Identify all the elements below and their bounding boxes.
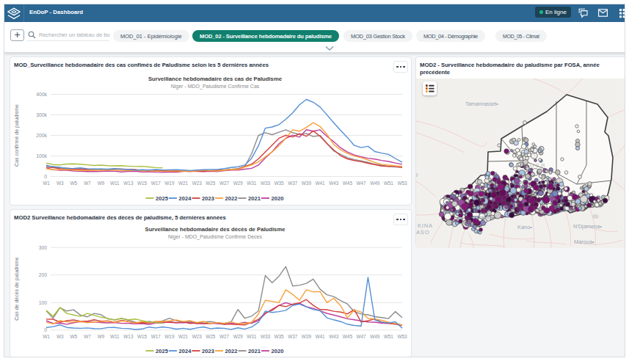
- svg-text:2023: 2023: [202, 195, 214, 202]
- svg-text:2021: 2021: [248, 347, 261, 354]
- svg-text:W33: W33: [261, 181, 271, 186]
- svg-text:2022: 2022: [225, 347, 238, 354]
- svg-text:200: 200: [39, 272, 48, 277]
- svg-text:Niger - MDO_Paludisme Confirme: Niger - MDO_Paludisme Confirme Cas: [171, 84, 260, 90]
- svg-text:W25: W25: [206, 333, 216, 338]
- svg-text:400k: 400k: [36, 92, 47, 97]
- svg-text:W39: W39: [302, 333, 312, 338]
- svg-text:300: 300: [39, 244, 48, 250]
- svg-text:2020: 2020: [272, 347, 284, 354]
- svg-text:W15: W15: [137, 181, 148, 186]
- svg-text:Cas de décès de paludisme: Cas de décès de paludisme: [14, 257, 20, 320]
- svg-text:W53: W53: [397, 333, 407, 338]
- svg-text:2023: 2023: [202, 347, 214, 354]
- svg-text:W35: W35: [274, 333, 285, 338]
- svg-text:W29: W29: [233, 333, 244, 338]
- svg-text:W17: W17: [151, 333, 161, 338]
- svg-text:Sokoto•: Sokoto•: [476, 214, 495, 221]
- svg-text:W1: W1: [43, 181, 50, 186]
- svg-text:W41: W41: [316, 181, 326, 186]
- svg-text:W35: W35: [274, 181, 285, 186]
- svg-text:LI: LI: [416, 172, 418, 178]
- svg-text:W51: W51: [384, 181, 394, 186]
- svg-text:W31: W31: [247, 333, 257, 338]
- svg-text:300k: 300k: [36, 112, 47, 117]
- svg-text:W27: W27: [219, 333, 230, 338]
- svg-text:W49: W49: [370, 181, 380, 186]
- svg-text:200k: 200k: [36, 133, 47, 138]
- svg-text:W13: W13: [123, 333, 134, 338]
- svg-text:2024: 2024: [179, 347, 192, 354]
- svg-text:ASO: ASO: [416, 229, 429, 236]
- svg-text:W11: W11: [110, 181, 120, 186]
- svg-text:2025: 2025: [156, 347, 169, 354]
- svg-text:W9: W9: [98, 181, 105, 186]
- svg-text:W41: W41: [316, 333, 326, 338]
- svg-text:100k: 100k: [36, 153, 47, 159]
- svg-text:Surveillance hebdomadaire des: Surveillance hebdomadaire des décès de P…: [145, 228, 286, 233]
- svg-text:W21: W21: [178, 181, 189, 186]
- svg-text:W23: W23: [192, 333, 203, 338]
- svg-text:W31: W31: [247, 181, 257, 186]
- svg-text:2020: 2020: [272, 195, 284, 202]
- svg-text:W33: W33: [261, 333, 271, 338]
- svg-text:W39: W39: [302, 181, 312, 186]
- svg-text:W19: W19: [164, 333, 175, 338]
- svg-text:2022: 2022: [225, 195, 238, 202]
- svg-text:W1: W1: [43, 333, 50, 338]
- svg-text:Tamanrasset•: Tamanrasset•: [465, 101, 498, 107]
- svg-text:W7: W7: [84, 181, 91, 186]
- svg-text:Cas confirmé de paludisme: Cas confirmé de paludisme: [14, 104, 20, 167]
- svg-text:W45: W45: [343, 333, 353, 338]
- svg-text:W37: W37: [288, 181, 298, 186]
- svg-text:W9: W9: [98, 333, 105, 338]
- svg-text:W21: W21: [178, 333, 189, 338]
- svg-text:2025: 2025: [156, 195, 169, 202]
- svg-text:W13: W13: [123, 181, 134, 186]
- svg-text:Maroua•: Maroua•: [574, 239, 595, 245]
- svg-text:W5: W5: [70, 333, 78, 338]
- svg-text:W7: W7: [84, 333, 91, 338]
- svg-text:W37: W37: [288, 333, 298, 338]
- svg-text:2024: 2024: [179, 195, 192, 202]
- svg-text:0: 0: [44, 327, 47, 332]
- svg-text:W29: W29: [233, 181, 244, 186]
- svg-text:2021: 2021: [248, 195, 261, 202]
- svg-text:W3: W3: [57, 333, 64, 338]
- svg-text:W47: W47: [356, 333, 366, 338]
- svg-text:W5: W5: [70, 181, 78, 186]
- svg-text:W11: W11: [110, 333, 120, 338]
- svg-text:W27: W27: [219, 181, 230, 186]
- svg-text:W47: W47: [356, 181, 366, 186]
- svg-text:W53: W53: [397, 181, 407, 186]
- svg-text:W45: W45: [343, 181, 353, 186]
- svg-text:W49: W49: [370, 333, 380, 338]
- svg-text:W15: W15: [137, 333, 148, 338]
- svg-text:Niger - MDO_Paludisme Confirme: Niger - MDO_Paludisme Confirme Deces: [168, 233, 262, 239]
- svg-text:Surveillance hebdomadaire des: Surveillance hebdomadaire des cas de Pal…: [148, 76, 283, 82]
- svg-text:W19: W19: [164, 181, 175, 186]
- svg-text:100: 100: [39, 299, 48, 305]
- svg-text:W43: W43: [329, 181, 339, 186]
- svg-text:0: 0: [44, 174, 47, 179]
- svg-text:W3: W3: [57, 181, 64, 186]
- svg-text:KINA: KINA: [418, 222, 433, 229]
- svg-text:W25: W25: [206, 181, 216, 186]
- svg-text:W51: W51: [384, 333, 394, 338]
- svg-text:W43: W43: [329, 333, 339, 338]
- svg-text:Kano•: Kano•: [517, 224, 532, 230]
- svg-text:N'Djamena•: N'Djamena•: [573, 223, 602, 230]
- svg-text:W23: W23: [192, 181, 203, 186]
- svg-text:W17: W17: [151, 181, 161, 186]
